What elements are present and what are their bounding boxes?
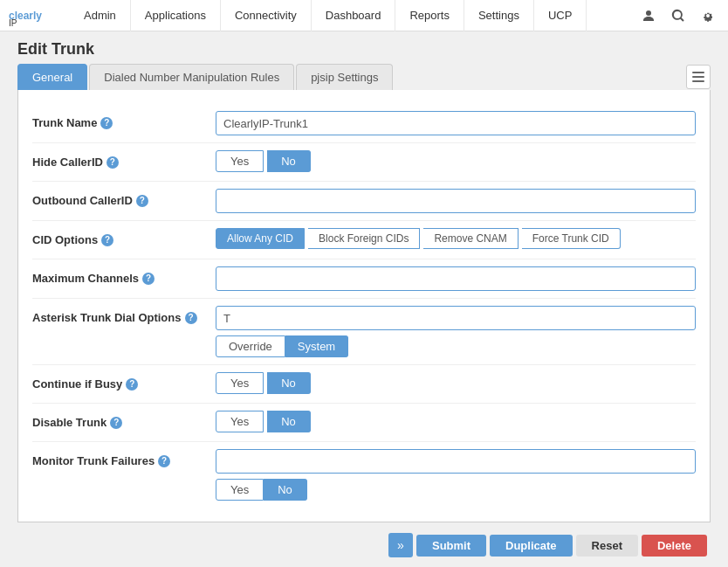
row-hide-callerid: Hide CallerID ? YesNo xyxy=(32,143,696,182)
cid-remove-cnam[interactable]: Remove CNAM xyxy=(423,228,518,249)
hide-callerid-no[interactable]: No xyxy=(267,150,311,172)
row-disable-trunk: Disable Trunk ? YesNo xyxy=(32,404,696,442)
nav-applications[interactable]: Applications xyxy=(131,0,221,31)
row-dial-options: Asterisk Trunk Dial Options ? OverrideSy… xyxy=(32,299,696,365)
submit-button[interactable]: Submit xyxy=(416,535,486,557)
logo: clearly IP xyxy=(7,2,59,29)
svg-text:IP: IP xyxy=(9,18,17,26)
row-trunk-name: Trunk Name ? xyxy=(32,104,696,143)
label-monitor-trunk: Monitor Trunk Failures ? xyxy=(32,449,216,467)
continue-busy-yes[interactable]: Yes xyxy=(216,372,264,394)
field-monitor-trunk: YesNo xyxy=(216,449,696,501)
continue-busy-no[interactable]: No xyxy=(267,372,311,394)
dial-override[interactable]: Override xyxy=(216,335,285,357)
hide-callerid-yes[interactable]: Yes xyxy=(216,150,264,172)
label-max-channels: Maximum Channels ? xyxy=(32,266,216,285)
help-monitor-trunk[interactable]: ? xyxy=(158,455,170,467)
form-card: Trunk Name ? Hide CallerID ? YesNo Outbo… xyxy=(17,90,711,522)
help-continue-if-busy[interactable]: ? xyxy=(126,378,138,391)
help-hide-callerid[interactable]: ? xyxy=(106,156,119,169)
row-continue-if-busy: Continue if Busy ? YesNo xyxy=(32,365,696,404)
cid-force-trunk[interactable]: Force Trunk CID xyxy=(522,228,621,249)
list-view-icon[interactable] xyxy=(686,65,711,89)
duplicate-button[interactable]: Duplicate xyxy=(490,535,573,557)
field-outbound-callerid xyxy=(216,189,696,213)
row-max-channels: Maximum Channels ? xyxy=(32,259,696,299)
row-monitor-trunk: Monitor Trunk Failures ? YesNo xyxy=(32,442,696,508)
nav-ucp[interactable]: UCP xyxy=(534,0,587,31)
tab-dnmr[interactable]: Dialed Number Manipulation Rules xyxy=(89,64,294,90)
input-dial-options[interactable] xyxy=(216,306,696,330)
page-title: Edit Trunk xyxy=(0,31,728,64)
nav-reports[interactable]: Reports xyxy=(395,0,464,31)
row-cid-options: CID Options ? Allow Any CIDBlock Foreign… xyxy=(32,221,696,259)
disable-trunk-no[interactable]: No xyxy=(267,411,311,432)
tab-pjsip[interactable]: pjsip Settings xyxy=(296,64,393,90)
navbar: clearly IP Admin Applications Connectivi… xyxy=(0,0,728,31)
label-hide-callerid: Hide CallerID ? xyxy=(32,150,216,169)
field-dial-options: OverrideSystem xyxy=(216,306,696,357)
svg-rect-3 xyxy=(692,76,704,78)
field-max-channels xyxy=(216,266,696,291)
disable-trunk-yes[interactable]: Yes xyxy=(216,411,264,432)
help-max-channels[interactable]: ? xyxy=(142,273,155,285)
tabs-container: General Dialed Number Manipulation Rules… xyxy=(17,64,711,90)
field-hide-callerid: YesNo xyxy=(216,150,696,172)
nav-icons xyxy=(635,3,721,29)
nav-dashboard[interactable]: Dashboard xyxy=(312,0,396,31)
reset-button[interactable]: Reset xyxy=(576,535,638,557)
svg-rect-4 xyxy=(692,80,704,82)
input-outbound-callerid[interactable] xyxy=(216,189,696,213)
action-row: » Submit Duplicate Reset Delete xyxy=(17,522,711,567)
label-continue-if-busy: Continue if Busy ? xyxy=(32,372,216,391)
label-trunk-name: Trunk Name ? xyxy=(32,111,216,129)
label-disable-trunk: Disable Trunk ? xyxy=(32,411,216,429)
main-content: General Dialed Number Manipulation Rules… xyxy=(0,64,728,567)
nav-connectivity[interactable]: Connectivity xyxy=(221,0,312,31)
nav-admin[interactable]: Admin xyxy=(70,0,131,31)
dial-system[interactable]: System xyxy=(285,335,348,357)
delete-button[interactable]: Delete xyxy=(642,535,707,557)
help-trunk-name[interactable]: ? xyxy=(100,117,113,129)
row-outbound-callerid: Outbound CallerID ? xyxy=(32,182,696,221)
monitor-trunk-no[interactable]: No xyxy=(264,479,307,501)
field-continue-if-busy: YesNo xyxy=(216,372,696,394)
cid-block-foreign[interactable]: Block Foreign CIDs xyxy=(308,228,420,249)
tab-general[interactable]: General xyxy=(17,64,87,90)
input-trunk-name[interactable] xyxy=(216,111,696,135)
cid-allow-any[interactable]: Allow Any CID xyxy=(216,228,305,249)
field-disable-trunk: YesNo xyxy=(216,411,696,432)
label-dial-options: Asterisk Trunk Dial Options ? xyxy=(32,306,216,324)
help-cid-options[interactable]: ? xyxy=(101,234,113,246)
field-cid-options: Allow Any CIDBlock Foreign CIDsRemove CN… xyxy=(216,228,696,249)
help-disable-trunk[interactable]: ? xyxy=(110,417,122,429)
nav-settings[interactable]: Settings xyxy=(464,0,534,31)
help-dial-options[interactable]: ? xyxy=(185,312,197,324)
svg-rect-2 xyxy=(692,72,704,73)
input-monitor-trunk[interactable] xyxy=(216,449,696,474)
help-outbound-callerid[interactable]: ? xyxy=(136,195,148,207)
gear-icon[interactable] xyxy=(695,3,721,29)
field-trunk-name xyxy=(216,111,696,135)
user-icon[interactable] xyxy=(635,3,662,29)
search-icon[interactable] xyxy=(665,3,691,29)
label-outbound-callerid: Outbound CallerID ? xyxy=(32,189,216,207)
monitor-trunk-yes[interactable]: Yes xyxy=(216,479,264,501)
input-max-channels[interactable] xyxy=(216,266,696,291)
prev-arrow[interactable]: » xyxy=(388,533,413,557)
label-cid-options: CID Options ? xyxy=(32,228,216,246)
